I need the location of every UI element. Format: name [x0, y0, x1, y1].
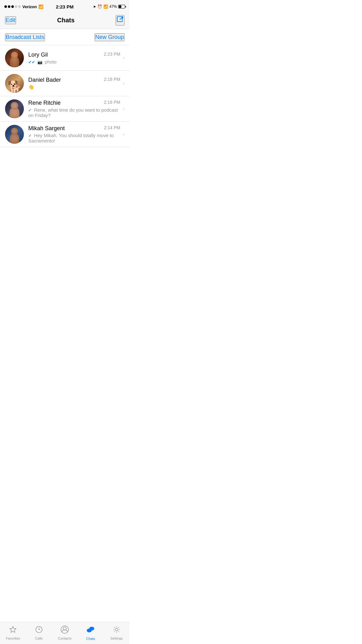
nav-bar: Edit Chats — [0, 13, 129, 29]
bluetooth-icon: 📶 — [103, 4, 108, 9]
battery-icon — [118, 5, 125, 8]
chat-top-rene: Rene Ritchie 2:16 PM — [28, 100, 120, 106]
chevron-icon-mikah: › — [123, 131, 124, 137]
status-right: ➤ ⏰ 📶 47% — [93, 4, 125, 9]
chevron-icon-daniel: › — [123, 80, 124, 86]
preview-text-rene: Rene, what time do you want to podcast o… — [28, 107, 118, 118]
chat-info-mikah: Mikah Sargent 2:14 PM ✔ Hey Mikah. You s… — [28, 125, 120, 143]
chat-info-lory: Lory Gil 2:23 PM ✔✔ 📷 photo — [28, 52, 120, 64]
camera-icon: 📷 — [37, 60, 42, 64]
signal-dot-2 — [8, 5, 10, 8]
check-icon-rene: ✔ — [28, 108, 32, 113]
signal-dots — [4, 5, 21, 8]
signal-dot-5 — [18, 5, 21, 8]
status-left: Verizon 📶 — [4, 4, 43, 9]
chat-time-daniel: 2:18 PM — [104, 77, 120, 82]
chat-name-mikah: Mikah Sargent — [28, 125, 65, 132]
check-icon-mikah: ✔ — [28, 133, 32, 138]
status-bar: Verizon 📶 2:23 PM ➤ ⏰ 📶 47% — [0, 0, 129, 13]
broadcast-lists-button[interactable]: Broadcast Lists — [5, 33, 45, 41]
chevron-icon-rene: › — [123, 106, 124, 112]
svg-rect-0 — [117, 17, 122, 22]
chat-preview-mikah: ✔ Hey Mikah. You should totally move to … — [28, 133, 120, 143]
chat-list: Lory Gil 2:23 PM ✔✔ 📷 photo › Daniel Bad… — [0, 45, 129, 147]
signal-dot-3 — [11, 5, 14, 8]
chat-top-lory: Lory Gil 2:23 PM — [28, 52, 120, 58]
chat-top-daniel: Daniel Bader 2:18 PM — [28, 77, 120, 83]
chat-item-daniel[interactable]: Daniel Bader 2:18 PM 👋 › — [0, 71, 129, 96]
location-icon: ➤ — [93, 4, 96, 9]
chat-name-rene: Rene Ritchie — [28, 100, 61, 106]
chat-info-daniel: Daniel Bader 2:18 PM 👋 — [28, 77, 120, 90]
chat-time-rene: 2:16 PM — [104, 100, 120, 105]
chat-time-mikah: 2:14 PM — [104, 125, 120, 130]
new-group-button[interactable]: New Group — [95, 33, 124, 41]
chat-top-mikah: Mikah Sargent 2:14 PM — [28, 125, 120, 132]
chat-item-mikah[interactable]: Mikah Sargent 2:14 PM ✔ Hey Mikah. You s… — [0, 122, 129, 147]
avatar-mikah — [5, 125, 24, 144]
chat-info-rene: Rene Ritchie 2:16 PM ✔ Rene, what time d… — [28, 100, 120, 118]
chat-name-daniel: Daniel Bader — [28, 77, 61, 83]
status-time: 2:23 PM — [56, 4, 74, 9]
signal-dot-1 — [4, 5, 7, 8]
chat-item-lory[interactable]: Lory Gil 2:23 PM ✔✔ 📷 photo › — [0, 45, 129, 71]
avatar-rene — [5, 99, 24, 118]
chat-name-lory: Lory Gil — [28, 52, 48, 58]
avatar-lory — [5, 48, 24, 67]
compose-icon — [116, 16, 124, 23]
chat-preview-rene: ✔ Rene, what time do you want to podcast… — [28, 107, 120, 118]
wifi-icon: 📶 — [38, 4, 43, 9]
edit-button[interactable]: Edit — [5, 16, 16, 24]
battery-percent: 47% — [109, 4, 117, 9]
chat-time-lory: 2:23 PM — [104, 52, 120, 57]
action-row: Broadcast Lists New Group — [0, 29, 129, 45]
preview-text-lory: photo — [45, 59, 57, 64]
avatar-daniel — [5, 74, 24, 93]
chevron-icon: › — [123, 55, 124, 61]
chat-item-rene[interactable]: Rene Ritchie 2:16 PM ✔ Rene, what time d… — [0, 96, 129, 122]
preview-text-mikah: Hey Mikah. You should totally move to Sa… — [28, 133, 114, 143]
double-check-icon: ✔✔ — [28, 60, 35, 64]
chat-preview-lory: ✔✔ 📷 photo — [28, 59, 120, 64]
carrier-label: Verizon — [22, 4, 37, 9]
alarm-icon: ⏰ — [97, 4, 102, 9]
chat-preview-daniel: 👋 — [28, 84, 120, 90]
compose-button[interactable] — [116, 15, 124, 25]
page-title: Chats — [57, 17, 75, 24]
preview-text-daniel: 👋 — [28, 84, 34, 90]
signal-dot-4 — [15, 5, 17, 8]
